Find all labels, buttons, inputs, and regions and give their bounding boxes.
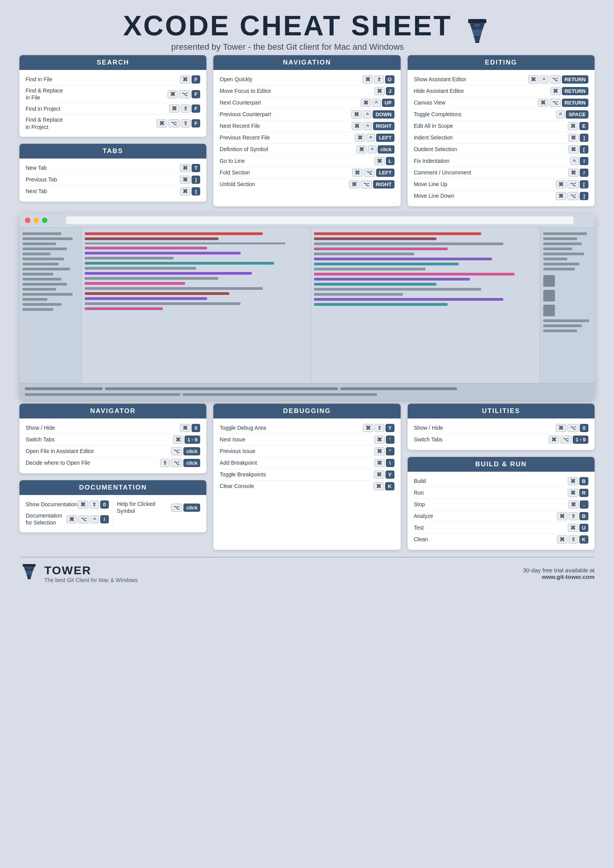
key: ⌘ — [173, 436, 183, 444]
search-row-0: Find in File ⌘ F — [26, 74, 200, 85]
key: ⇧ — [374, 75, 384, 84]
tabs-header: TABS — [19, 144, 206, 159]
search-label-1: Find & Replacein File — [26, 87, 167, 101]
debugging-card: DEBUGGING Toggle Debug Area ⌘ ⇧ Y Next I… — [213, 404, 400, 550]
edit-label-0: Show Assistant Editor — [414, 76, 528, 83]
nav-row-7: Go to Line ⌘ L — [220, 155, 394, 167]
util-keys-1: ⌘ ⌥ 1 - 9 — [549, 436, 588, 444]
edit-keys-0: ⌘ ^ ⌥ RETURN — [528, 75, 588, 84]
key: ⌥ — [168, 119, 180, 127]
doc-row-0: Show Documentation ⌘ ⇧ 0 — [26, 499, 109, 511]
key: ⌘ — [352, 169, 363, 177]
tower-logo-footer — [19, 563, 39, 584]
key: ⌘ — [568, 524, 578, 532]
debug-row-0: Toggle Debug Area ⌘ ⇧ Y — [220, 422, 394, 434]
key: RETURN — [562, 87, 588, 95]
key: . — [580, 500, 588, 509]
key: O — [385, 75, 394, 84]
utilities-header: UTILITIES — [408, 404, 595, 418]
edit-keys-10: ⌘ ⌥ ] — [556, 192, 588, 200]
svg-marker-3 — [474, 36, 481, 41]
debug-label-0: Toggle Debug Area — [220, 424, 363, 431]
edit-keys-5: ⌘ ] — [568, 134, 588, 142]
nav2-label-1: Switch Tabs — [26, 436, 173, 443]
svg-marker-9 — [26, 575, 31, 578]
ide-mockup — [19, 213, 595, 400]
edit-row-9: Move Line Up ⌘ ⌥ [ — [414, 179, 588, 190]
key: ⌘ — [568, 122, 578, 130]
key: ⌥ — [171, 459, 182, 467]
nav-row-0: Open Quickly ⌘ ⇧ O — [220, 74, 394, 85]
util-row-1: Switch Tabs ⌘ ⌥ 1 - 9 — [414, 434, 588, 445]
maximize-dot — [42, 218, 47, 223]
ide-body — [19, 228, 595, 383]
nav2-row-0: Show / Hide ⌘ 0 — [26, 422, 200, 434]
edit-label-8: Comment / Uncomment — [414, 169, 568, 176]
key: ⌘ — [66, 515, 77, 523]
nav-row-8: Fold Section ⌘ ⌥ LEFT — [220, 167, 394, 179]
nav-keys-1: ⌘ J — [374, 87, 394, 95]
tower-logo-header — [464, 17, 491, 46]
nav-keys-9: ⌘ ⌥ RIGHT — [349, 180, 394, 188]
debug-keys-1: ⌘ ' — [374, 436, 394, 444]
key: RETURN — [562, 75, 588, 84]
key: ⌘ — [157, 119, 167, 127]
key: ⌘ — [374, 447, 385, 455]
key: ⌘ — [363, 75, 373, 84]
build-label-4: Test — [414, 524, 568, 531]
debug-keys-3: ⌘ \ — [374, 459, 394, 467]
nav2-row-1: Switch Tabs ⌘ 1 - 9 — [26, 434, 200, 446]
key: ⌘ — [374, 459, 385, 467]
key: F — [192, 119, 200, 127]
key: ⌥ — [549, 99, 561, 107]
navigation-body: Open Quickly ⌘ ⇧ O Move Focus to Editor … — [213, 70, 400, 195]
bottom-section: NAVIGATOR Show / Hide ⌘ 0 Switch Tabs ⌘ … — [19, 404, 595, 550]
ide-panel-assistant — [311, 228, 540, 383]
key: ⇧ — [375, 424, 384, 432]
nav-keys-8: ⌘ ⌥ LEFT — [352, 169, 394, 177]
build-keys-0: ⌘ B — [568, 477, 588, 485]
tabs-body: New Tab ⌘ T Previous Tab ⌘ } Next Tab — [19, 159, 206, 202]
build-keys-1: ⌘ R — [568, 489, 588, 497]
key: UP — [382, 99, 394, 107]
debug-keys-2: ⌘ " — [374, 447, 394, 455]
key: ⇧ — [569, 512, 578, 520]
nav2-label-2: Open File in Assistant Editor — [26, 448, 171, 455]
edit-label-1: Hide Assistant Editor — [414, 87, 550, 94]
tabs-keys-0: ⌘ T — [180, 164, 200, 172]
key: ⌘ — [180, 424, 190, 432]
nav-keys-2: ⌘ ^ UP — [361, 99, 394, 107]
key: 0 — [192, 424, 200, 432]
nav-keys-3: ⌘ ^ DOWN — [351, 110, 394, 119]
build-row-5: Clean ⌘ ⇧ K — [414, 534, 588, 545]
key: ⌘ — [169, 105, 180, 113]
search-header: SEARCH — [19, 55, 206, 70]
key: ^ — [363, 110, 372, 119]
editing-header: EDITING — [408, 55, 595, 70]
search-row-2: Find in Project ⌘ ⇧ F — [26, 103, 200, 115]
key: ⌘ — [374, 87, 385, 95]
left-column: SEARCH Find in File ⌘ F Find & Replacein… — [19, 55, 206, 206]
key: ⌘ — [78, 500, 88, 509]
edit-row-3: Toggle Completions ^ SPACE — [414, 109, 588, 120]
edit-label-3: Toggle Completions — [414, 111, 556, 118]
search-label-0: Find in File — [26, 76, 180, 83]
key: ' — [386, 436, 394, 444]
page-header: XCODE CHEAT SHEET presented by Tower - t… — [19, 12, 595, 52]
debug-label-5: Clear Console — [220, 483, 373, 490]
key: Y — [385, 424, 394, 432]
key: click — [183, 504, 200, 512]
svg-rect-0 — [468, 19, 487, 23]
key: ⌘ — [349, 180, 359, 188]
debug-row-3: Add Breakpoint ⌘ \ — [220, 457, 394, 469]
svg-marker-5 — [474, 24, 481, 26]
key: \ — [386, 459, 394, 467]
navigation-header: NAVIGATION — [213, 55, 400, 70]
nav-label-0: Open Quickly — [220, 76, 362, 83]
debug-label-3: Add Breakpoint — [220, 459, 374, 466]
key: ⌘ — [568, 500, 579, 509]
nav-row-5: Previous Recent File ⌘ ^ LEFT — [220, 132, 394, 144]
nav-keys-7: ⌘ L — [374, 157, 394, 165]
key: / — [100, 515, 109, 523]
key: SPACE — [566, 110, 588, 119]
